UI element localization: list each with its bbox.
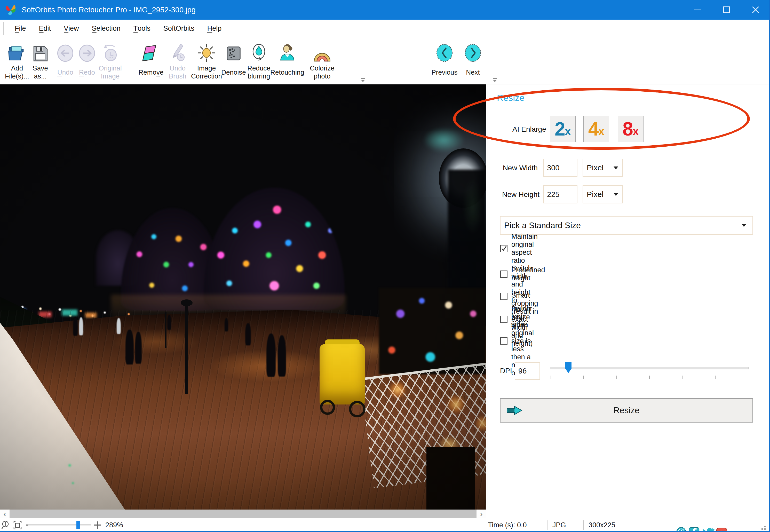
window-border bbox=[769, 0, 770, 532]
new-width-input[interactable] bbox=[543, 159, 577, 177]
resize-button-label: Resize bbox=[614, 406, 640, 415]
zoom-slider-track[interactable] bbox=[28, 524, 91, 526]
toolbar-button-label: OriginalImage bbox=[88, 63, 133, 81]
panel-title: Resize bbox=[497, 93, 525, 103]
checkbox-unchecked-icon[interactable] bbox=[500, 316, 507, 323]
close-icon bbox=[752, 6, 759, 14]
toolbar-button-label: Next bbox=[450, 63, 496, 81]
toolbar-button-original-image: OriginalImage bbox=[88, 38, 133, 81]
status-time: Time (s): 0.0 bbox=[488, 521, 527, 529]
maximize-button[interactable] bbox=[712, 0, 741, 20]
menu-item-edit[interactable]: Edit bbox=[33, 20, 58, 37]
fit-to-screen-icon[interactable] bbox=[12, 520, 23, 530]
dpi-label: DPI bbox=[500, 367, 512, 375]
new-height-label: New Height bbox=[495, 190, 539, 199]
new-height-input[interactable] bbox=[543, 185, 577, 203]
canvas-horizontal-scrollbar: ‹ › bbox=[0, 510, 486, 518]
ai-enlarge-label: AI Enlarge bbox=[512, 125, 546, 133]
menu-item-view[interactable]: View bbox=[57, 20, 85, 37]
standard-size-select[interactable]: Pick a Standard Size bbox=[500, 216, 753, 235]
new-height-unit-select[interactable]: Pixel bbox=[583, 185, 623, 203]
zoom-actual-size-icon[interactable] bbox=[1, 520, 11, 530]
app-window: SoftOrbits Photo Retoucher Pro - IMG_295… bbox=[0, 0, 770, 532]
toolbar-button-next[interactable]: Next bbox=[450, 38, 496, 81]
zoom-level-value: 289% bbox=[105, 521, 123, 529]
zoom-in-button[interactable] bbox=[94, 521, 101, 529]
statusbar: 289% Time (s): 0.0 JPG 300x225 bbox=[0, 518, 770, 532]
new-width-unit-select[interactable]: Pixel bbox=[583, 159, 623, 177]
menubar: FileEditViewSelectionToolsSoftOrbitsHelp bbox=[0, 20, 770, 37]
checkbox-unchecked-icon[interactable] bbox=[500, 271, 507, 278]
statusbar-separator bbox=[583, 520, 584, 530]
scroll-left-icon[interactable]: ‹ bbox=[0, 510, 10, 518]
menu-item-help[interactable]: Help bbox=[201, 20, 228, 37]
checkbox-row: Maintain original aspect ratio bbox=[500, 244, 538, 253]
dpi-slider-ticks bbox=[551, 376, 748, 379]
new-width-label: New Width bbox=[495, 164, 538, 172]
scrollbar-thumb[interactable] bbox=[10, 510, 477, 518]
standard-size-value: Pick a Standard Size bbox=[504, 221, 581, 230]
minimize-button[interactable] bbox=[683, 0, 712, 20]
ai-enlarge-4x-button[interactable]: 4x bbox=[583, 116, 609, 142]
checkbox-row: Do not resize when original size is less… bbox=[500, 337, 534, 345]
dpi-input[interactable] bbox=[515, 362, 540, 380]
chevron-down-icon bbox=[614, 166, 618, 169]
resize-button[interactable]: Resize bbox=[500, 398, 753, 423]
window-title: SoftOrbits Photo Retoucher Pro - IMG_295… bbox=[22, 6, 196, 14]
menubar-grip[interactable] bbox=[3, 22, 4, 35]
close-button[interactable] bbox=[741, 0, 770, 20]
zoom-slider-thumb[interactable] bbox=[76, 521, 80, 529]
dpi-slider-thumb[interactable] bbox=[565, 362, 571, 373]
checkbox-unchecked-icon[interactable] bbox=[500, 337, 507, 345]
toolbar-button-label: Colorizephoto bbox=[299, 63, 345, 81]
statusbar-separator bbox=[484, 520, 484, 530]
photo-canvas[interactable] bbox=[0, 84, 486, 510]
chevron-down-icon bbox=[614, 193, 618, 196]
history-icon bbox=[88, 38, 133, 62]
resize-grip[interactable] bbox=[764, 526, 766, 527]
rainbow-icon bbox=[299, 38, 345, 62]
ai-enlarge-8x-button[interactable]: 8x bbox=[618, 116, 644, 142]
status-dimensions: 300x225 bbox=[589, 521, 615, 529]
scroll-right-icon[interactable]: › bbox=[477, 510, 486, 518]
toolbar-button-colorize-photo[interactable]: Colorizephoto bbox=[299, 38, 345, 81]
chevron-down-icon bbox=[742, 224, 746, 227]
new-width-unit-value: Pixel bbox=[587, 163, 604, 172]
resize-grip[interactable] bbox=[764, 528, 766, 530]
menu-item-selection[interactable]: Selection bbox=[85, 20, 127, 37]
titlebar: SoftOrbits Photo Retoucher Pro - IMG_295… bbox=[0, 0, 770, 20]
app-logo-icon bbox=[5, 3, 17, 17]
photo-vignette bbox=[0, 84, 486, 510]
toolbar-overflow-chevron-icon[interactable] bbox=[359, 78, 367, 84]
window-border bbox=[0, 531, 770, 532]
window-controls bbox=[683, 0, 770, 20]
checkbox-unchecked-icon[interactable] bbox=[500, 293, 507, 300]
menu-item-file[interactable]: File bbox=[8, 20, 33, 37]
checkbox-checked-icon[interactable] bbox=[500, 245, 507, 252]
resize-panel: Resize AI Enlarge 2x4x8x New Width Pixel… bbox=[488, 84, 770, 510]
status-format: JPG bbox=[552, 521, 566, 529]
next-circle-icon bbox=[450, 38, 496, 62]
dpi-slider-track[interactable] bbox=[550, 367, 749, 369]
ai-enlarge-2x-button[interactable]: 2x bbox=[550, 116, 576, 142]
new-height-unit-value: Pixel bbox=[587, 190, 604, 199]
resize-grip[interactable] bbox=[761, 528, 763, 530]
toolbar: AddFile(s)...Saveas...UndoRedoOriginalIm… bbox=[0, 37, 770, 84]
checkbox-label: Maintain original aspect ratio bbox=[511, 233, 538, 265]
arrow-right-icon bbox=[506, 404, 523, 417]
menu-item-softorbits[interactable]: SoftOrbits bbox=[157, 20, 201, 37]
menu-item-tools[interactable]: Tools bbox=[127, 20, 157, 37]
